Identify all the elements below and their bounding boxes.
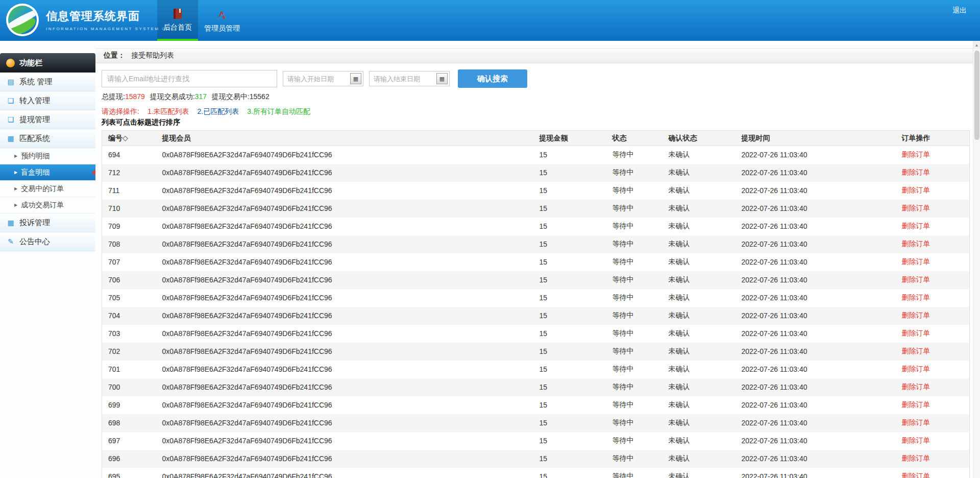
row-action-cell: 删除订单: [896, 182, 970, 200]
delete-order-link[interactable]: 删除订单: [902, 293, 930, 301]
withdrawal-stats: 总提现:15879 提现交易成功:317 提现交易中:15562: [102, 92, 980, 102]
row-member-address: 0x0A878Ff98E6A2F32d47aF6940749D6Fb241fCC…: [156, 146, 533, 164]
sidebar-item-withdrawal[interactable]: ❏ 提现管理: [0, 110, 95, 129]
search-bar: ▦ ▦ 确认搜索: [102, 69, 980, 88]
row-action-cell: 删除订单: [896, 289, 970, 307]
row-action-cell: 删除订单: [896, 396, 970, 414]
row-action-cell: 删除订单: [896, 307, 970, 325]
sidebar-item-complaint-management[interactable]: ▦ 投诉管理: [0, 213, 95, 232]
row-time: 2022-07-26 11:03:40: [736, 200, 896, 218]
scrollbar-thumb[interactable]: [974, 51, 979, 140]
row-member-address: 0x0A878Ff98E6A2F32d47aF6940749D6Fb241fCC…: [156, 432, 533, 450]
scrollbar-up-arrow-icon[interactable]: ▲: [973, 41, 980, 49]
row-confirm-status: 未确认: [663, 218, 736, 235]
row-id: 701: [102, 361, 156, 378]
delete-order-link[interactable]: 删除订单: [902, 168, 930, 176]
stat-value: 317: [195, 92, 207, 101]
delete-order-link[interactable]: 删除订单: [902, 257, 930, 266]
sidebar-item-system-management[interactable]: ▤ 系统 管理: [0, 73, 95, 91]
delete-order-link[interactable]: 删除订单: [902, 400, 930, 409]
row-id: 705: [102, 289, 156, 307]
row-id: 703: [102, 325, 156, 343]
delete-order-link[interactable]: 删除订单: [902, 436, 930, 444]
table-row: 6960x0A878Ff98E6A2F32d47aF6940749D6Fb241…: [102, 450, 970, 468]
sidebar-subitem-orders-in-transaction[interactable]: ▶ 交易中的订单: [0, 181, 95, 197]
delete-order-link[interactable]: 删除订单: [902, 454, 930, 462]
chat-icon: ❏: [7, 97, 15, 105]
email-search-input[interactable]: [102, 70, 277, 87]
sidebar-item-matching-system[interactable]: ▦ 匹配系统: [0, 129, 95, 148]
matched-list-link[interactable]: 2.已匹配列表: [198, 107, 239, 116]
delete-order-link[interactable]: 删除订单: [902, 204, 930, 212]
delete-order-link[interactable]: 删除订单: [902, 222, 930, 230]
sidebar-subitem-label: 成功交易订单: [21, 201, 64, 210]
logo: 信息管理系统界面 INFORMATION MANAGEMENT SYSTEM G…: [6, 4, 173, 36]
stat-total: 总提现:15879: [102, 92, 145, 101]
breadcrumb-label: 位置：: [104, 51, 125, 60]
delete-order-link[interactable]: 删除订单: [902, 275, 930, 283]
sidebar-item-label: 投诉管理: [19, 218, 50, 228]
delete-order-link[interactable]: 删除订单: [902, 365, 930, 373]
row-status: 等待中: [606, 361, 663, 378]
table-row: 6990x0A878Ff98E6A2F32d47aF6940749D6Fb241…: [102, 396, 970, 414]
edit-icon: ✎: [7, 237, 15, 246]
row-amount: 15: [533, 307, 606, 325]
row-member-address: 0x0A878Ff98E6A2F32d47aF6940749D6Fb241fCC…: [156, 414, 533, 432]
row-time: 2022-07-26 11:03:40: [736, 235, 896, 253]
row-status: 等待中: [606, 182, 663, 200]
delete-order-link[interactable]: 删除订单: [902, 418, 930, 426]
delete-order-link[interactable]: 删除订单: [902, 329, 930, 337]
header-time[interactable]: 提现时间: [736, 131, 896, 146]
calendar-icon: ▦: [7, 219, 15, 227]
delete-order-link[interactable]: 删除订单: [902, 347, 930, 355]
tab-admin-management[interactable]: A 管理员管理: [198, 0, 246, 41]
header-confirm-status[interactable]: 确认状态: [663, 131, 736, 146]
sidebar-subitem-reservation-detail[interactable]: ▶ 预约明细: [0, 148, 95, 164]
row-confirm-status: 未确认: [663, 200, 736, 218]
row-member-address: 0x0A878Ff98E6A2F32d47aF6940749D6Fb241fCC…: [156, 271, 533, 289]
header-tabs: 后台首页 A 管理员管理: [157, 0, 246, 41]
start-date-calendar-icon[interactable]: ▦: [350, 73, 361, 84]
end-date-calendar-icon[interactable]: ▦: [436, 73, 448, 84]
tab-backend-home[interactable]: 后台首页: [157, 0, 198, 41]
row-member-address: 0x0A878Ff98E6A2F32d47aF6940749D6Fb241fCC…: [156, 200, 533, 218]
table-row: 6950x0A878Ff98E6A2F32d47aF6940749D6Fb241…: [102, 468, 970, 478]
confirm-search-button[interactable]: 确认搜索: [458, 69, 527, 88]
header-status[interactable]: 状态: [606, 131, 663, 146]
delete-order-link[interactable]: 删除订单: [902, 240, 930, 248]
auto-match-all-link[interactable]: 3.所有订单自动匹配: [247, 107, 310, 116]
row-amount: 15: [533, 200, 606, 218]
row-confirm-status: 未确认: [663, 307, 736, 325]
header-action[interactable]: 订单操作: [896, 131, 970, 146]
sidebar-item-announcement-center[interactable]: ✎ 公告中心: [0, 232, 95, 251]
delete-order-link[interactable]: 删除订单: [902, 186, 930, 194]
sidebar-subitem-blindbox-detail[interactable]: ▶ 盲盒明细: [0, 164, 95, 181]
delete-order-link[interactable]: 删除订单: [902, 383, 930, 391]
row-member-address: 0x0A878Ff98E6A2F32d47aF6940749D6Fb241fCC…: [156, 378, 533, 396]
header-member[interactable]: 提现会员: [156, 131, 533, 146]
delete-order-link[interactable]: 删除订单: [902, 150, 930, 158]
row-member-address: 0x0A878Ff98E6A2F32d47aF6940749D6Fb241fCC…: [156, 164, 533, 182]
sidebar-item-transfer-in[interactable]: ❏ 转入管理: [0, 91, 95, 110]
row-member-address: 0x0A878Ff98E6A2F32d47aF6940749D6Fb241fCC…: [156, 343, 533, 361]
row-status: 等待中: [606, 396, 663, 414]
logout-link[interactable]: 退出: [952, 6, 967, 15]
delete-order-link[interactable]: 删除订单: [902, 472, 930, 478]
sidebar-subitem-successful-orders[interactable]: ▶ 成功交易订单: [0, 197, 95, 213]
row-confirm-status: 未确认: [663, 414, 736, 432]
row-status: 等待中: [606, 307, 663, 325]
row-action-cell: 删除订单: [896, 432, 970, 450]
page-scrollbar[interactable]: ▲: [973, 41, 980, 478]
header-id[interactable]: 编号◇: [102, 131, 156, 146]
header-amount[interactable]: 提现金额: [533, 131, 606, 146]
row-action-cell: 删除订单: [896, 146, 970, 164]
unmatched-list-link[interactable]: 1.未匹配列表: [148, 107, 189, 116]
row-member-address: 0x0A878Ff98E6A2F32d47aF6940749D6Fb241fCC…: [156, 450, 533, 468]
row-status: 等待中: [606, 325, 663, 343]
sidebar: 功能栏 ▤ 系统 管理 ❏ 转入管理 ❏ 提现管理 ▦ 匹配系统 ▶ 预约明细 …: [0, 41, 95, 478]
row-action-cell: 删除订单: [896, 271, 970, 289]
row-time: 2022-07-26 11:03:40: [736, 325, 896, 343]
delete-order-link[interactable]: 删除订单: [902, 311, 930, 319]
row-time: 2022-07-26 11:03:40: [736, 218, 896, 235]
row-id: 706: [102, 271, 156, 289]
